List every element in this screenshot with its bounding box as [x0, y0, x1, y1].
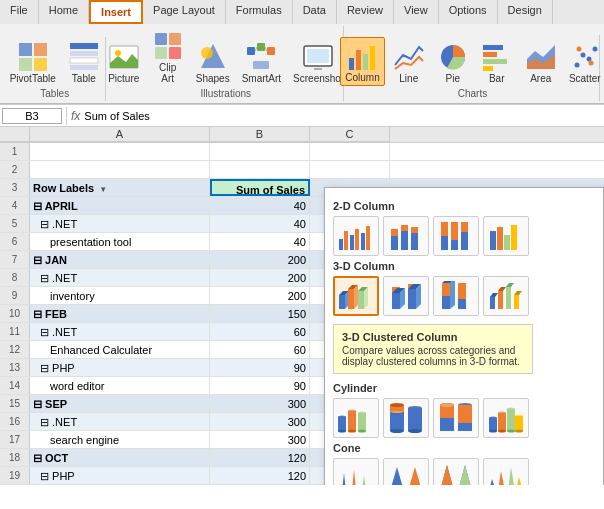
cell-a1[interactable]	[30, 143, 210, 160]
cell-b4[interactable]: 40	[210, 197, 310, 214]
scatter-chart-button[interactable]: Scatter	[565, 39, 604, 86]
formula-input[interactable]	[84, 110, 602, 122]
cell-b16[interactable]: 300	[210, 413, 310, 430]
3d-clustered-column[interactable]	[333, 276, 379, 316]
cell-a8[interactable]: ⊟ .NET	[30, 269, 210, 286]
cell-b12[interactable]: 60	[210, 341, 310, 358]
cell-b10[interactable]: 150	[210, 305, 310, 322]
picture-button[interactable]: Picture	[104, 39, 144, 86]
cell-b1[interactable]	[210, 143, 310, 160]
pivot-table-label: PivotTable	[10, 73, 56, 84]
smartart-button[interactable]: SmartArt	[238, 39, 285, 86]
bar-chart-button[interactable]: Bar	[477, 39, 517, 86]
cell-b8[interactable]: 200	[210, 269, 310, 286]
cone-3d[interactable]	[483, 458, 529, 485]
row-num: 5	[0, 215, 30, 232]
tab-page-layout[interactable]: Page Layout	[143, 0, 226, 24]
3d-column[interactable]	[483, 276, 529, 316]
cell-a3[interactable]: Row Labels ▼	[30, 179, 210, 196]
tab-formulas[interactable]: Formulas	[226, 0, 293, 24]
tab-view[interactable]: View	[394, 0, 439, 24]
2d-100-stacked-column[interactable]	[433, 216, 479, 256]
cell-b17[interactable]: 300	[210, 431, 310, 448]
cone-stacked[interactable]	[383, 458, 429, 485]
cell-a12[interactable]: Enhanced Calculater	[30, 341, 210, 358]
cell-b15[interactable]: 300	[210, 395, 310, 412]
cell-a18[interactable]: ⊟ OCT	[30, 449, 210, 466]
cell-b11[interactable]: 60	[210, 323, 310, 340]
cell-b18[interactable]: 120	[210, 449, 310, 466]
clip-art-button[interactable]: Clip Art	[148, 28, 188, 86]
illustrations-items: Picture Clip Art	[104, 28, 348, 86]
svg-rect-82	[442, 283, 450, 296]
cell-a9[interactable]: inventory	[30, 287, 210, 304]
cone-100-stacked[interactable]	[433, 458, 479, 485]
svg-rect-86	[458, 283, 466, 299]
svg-rect-10	[155, 33, 167, 45]
cell-a15[interactable]: ⊟ SEP	[30, 395, 210, 412]
bar-chart-label: Bar	[489, 73, 505, 84]
cell-a6[interactable]: presentation tool	[30, 233, 210, 250]
tab-options[interactable]: Options	[439, 0, 498, 24]
screenshot-button[interactable]: Screenshot	[289, 39, 348, 86]
shapes-icon	[197, 41, 229, 73]
cone-clustered[interactable]	[333, 458, 379, 485]
table-button[interactable]: Table	[64, 39, 104, 86]
svg-rect-93	[514, 295, 519, 309]
svg-rect-59	[461, 222, 468, 232]
svg-point-15	[201, 47, 213, 59]
tables-items: PivotTable Table	[6, 39, 104, 86]
3d-100-stacked-column[interactable]	[433, 276, 479, 316]
cylinder-100-stacked[interactable]	[433, 398, 479, 438]
line-chart-button[interactable]: Line	[389, 39, 429, 86]
pivot-table-button[interactable]: PivotTable	[6, 39, 60, 86]
cell-a13[interactable]: ⊟ PHP	[30, 359, 210, 376]
cell-b13[interactable]: 90	[210, 359, 310, 376]
cell-b2[interactable]	[210, 161, 310, 178]
cell-a2[interactable]	[30, 161, 210, 178]
cell-b14[interactable]: 90	[210, 377, 310, 394]
cell-a5[interactable]: ⊟ .NET	[30, 215, 210, 232]
svg-marker-94	[514, 291, 522, 295]
tab-insert[interactable]: Insert	[89, 0, 143, 24]
2d-stacked-column[interactable]	[383, 216, 429, 256]
area-chart-button[interactable]: Area	[521, 39, 561, 86]
name-box[interactable]	[2, 108, 62, 124]
cell-b7[interactable]: 200	[210, 251, 310, 268]
cell-c1[interactable]	[310, 143, 390, 160]
cell-a19[interactable]: ⊟ PHP	[30, 467, 210, 484]
tab-design[interactable]: Design	[498, 0, 553, 24]
cell-b19[interactable]: 120	[210, 467, 310, 484]
cell-b9[interactable]: 200	[210, 287, 310, 304]
clip-art-label: Clip Art	[152, 62, 184, 84]
cell-a11[interactable]: ⊟ .NET	[30, 323, 210, 340]
cell-a10[interactable]: ⊟ FEB	[30, 305, 210, 322]
cell-b6[interactable]: 40	[210, 233, 310, 250]
cell-a17[interactable]: search engine	[30, 431, 210, 448]
column-chart-button[interactable]: Column	[340, 37, 384, 86]
cell-a14[interactable]: word editor	[30, 377, 210, 394]
cell-a16[interactable]: ⊟ .NET	[30, 413, 210, 430]
cylinder-clustered[interactable]	[333, 398, 379, 438]
cell-a7[interactable]: ⊟ JAN	[30, 251, 210, 268]
tab-review[interactable]: Review	[337, 0, 394, 24]
cylinder-3d[interactable]	[483, 398, 529, 438]
2d-clustered-column[interactable]	[333, 216, 379, 256]
svg-rect-21	[253, 61, 269, 69]
3d-stacked-column[interactable]	[383, 276, 429, 316]
cell-b3[interactable]: Sum of Sales	[210, 179, 310, 196]
pie-chart-button[interactable]: Pie	[433, 39, 473, 86]
cell-a4[interactable]: ⊟ APRIL	[30, 197, 210, 214]
cell-c2[interactable]	[310, 161, 390, 178]
shapes-button[interactable]: Shapes	[192, 39, 234, 86]
ribbon: File Home Insert Page Layout Formulas Da…	[0, 0, 604, 105]
2d-3d-clustered-column[interactable]	[483, 216, 529, 256]
tab-data[interactable]: Data	[293, 0, 337, 24]
tab-file[interactable]: File	[0, 0, 39, 24]
cone-icons	[333, 458, 595, 485]
tab-home[interactable]: Home	[39, 0, 89, 24]
cell-b5[interactable]: 40	[210, 215, 310, 232]
svg-point-37	[580, 53, 585, 58]
svg-rect-130	[515, 416, 523, 431]
cylinder-stacked[interactable]	[383, 398, 429, 438]
